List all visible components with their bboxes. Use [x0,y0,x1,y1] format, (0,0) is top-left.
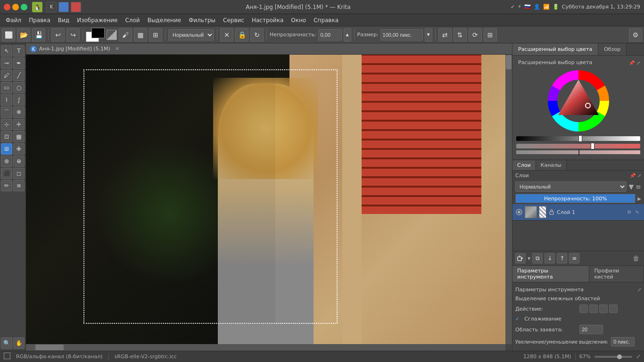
taskbar-chrome-icon[interactable] [58,2,69,12]
layer-duplicate-icon[interactable]: ⧉ [625,208,633,216]
tool-options-expand-icon[interactable]: ⤢ [637,287,641,292]
color-wheel-container[interactable] [514,68,642,133]
layer-lock-icon[interactable] [548,209,555,215]
lightness-slider[interactable] [516,136,640,141]
rotate-button[interactable]: ⟳ [469,28,482,41]
resize-input[interactable] [611,337,635,346]
vscroll-thumb[interactable] [506,55,512,69]
zoom-thumb[interactable] [617,354,622,359]
menu-service[interactable]: Сервис [219,16,248,25]
canvas-inner[interactable] [26,55,512,351]
zoom-slider[interactable] [594,356,632,358]
layer-item-1[interactable]: Слой 1 ⧉ ✎ [512,204,644,221]
saturation-handle[interactable] [591,143,594,149]
undo-button[interactable]: ↩ [51,28,65,41]
layers-options-icon[interactable]: ≡ [636,183,641,190]
mirror-v-button[interactable]: ⇅ [454,28,467,41]
minimize-button[interactable] [12,4,19,10]
path-tool[interactable]: ⌒ [1,107,12,118]
crop-tool[interactable]: ⊡ [1,131,12,142]
size-spinner[interactable]: ▼ [425,28,432,41]
menu-edit[interactable]: Правка [25,16,54,25]
redo-button[interactable]: ↪ [66,28,80,41]
blend-mode-select[interactable]: Нормальный [168,29,214,41]
lasso-tool[interactable]: ⌇ [1,94,12,106]
size-input[interactable] [380,29,423,41]
tool-options-tab[interactable]: Параметры инструмента [512,266,589,282]
move-layer-down-button[interactable]: ↓ [545,253,555,263]
canvas-image-area[interactable] [26,55,512,351]
menu-help[interactable]: Справка [310,16,342,25]
pan-tool[interactable]: ✋ [13,337,25,349]
contiguous-select-tool[interactable]: ⊞ [1,143,12,155]
action-add-button[interactable] [589,304,598,313]
lightness-handle[interactable] [578,135,582,142]
refresh-button[interactable]: ↻ [250,28,264,41]
pattern-swatch[interactable] [107,30,117,40]
vertical-scrollbar[interactable] [505,55,512,344]
opacity-expand[interactable]: ▶ [637,196,641,201]
erase-button[interactable]: ✕ [220,28,233,41]
text-tool[interactable]: T [13,45,25,57]
eraser-tool[interactable]: ◻ [13,168,25,179]
layers-filter-icon[interactable]: ▼ [628,183,634,190]
opacity-spinner-up[interactable]: ▲ [344,28,351,41]
zoom-tool[interactable]: 🔍 [1,337,12,349]
clone-tool[interactable]: ⊕ [13,156,25,167]
copy-layer-button[interactable]: ⧉ [532,253,543,263]
color-overview-tab[interactable]: Обзор [598,43,627,55]
fill-tool[interactable]: ⬛ [1,168,12,179]
color-wheel-svg[interactable] [522,70,635,132]
color-section-expand[interactable]: ⤢ [636,60,640,66]
taskbar-inkscape-icon[interactable] [71,2,81,12]
color-advanced-tab[interactable]: Расширенный выбор цвета [512,43,598,55]
layers-pin-icon[interactable]: 📌 [630,173,636,178]
calligraphy-tool[interactable]: ✒ [13,58,25,69]
horizontal-scrollbar[interactable] [26,344,505,351]
quick-mask-button[interactable]: ▦ [134,28,147,41]
smudge-tool[interactable]: ≋ [13,180,25,191]
opacity-input[interactable] [318,29,342,41]
saturation-slider[interactable] [516,144,640,148]
ellipse-select-tool[interactable]: ○ [13,82,25,93]
menu-filters[interactable]: Фильтры [185,16,219,25]
merge-layers-button[interactable]: ≡ [569,253,579,263]
paint-tool[interactable]: 🖊 [1,70,12,81]
new-document-button[interactable]: ⬜ [2,28,15,41]
status-expand-button[interactable]: ⤢ [636,354,640,360]
move-tool[interactable]: ✛ [13,119,25,130]
add-layer-arrow[interactable]: ▼ [528,256,530,261]
delete-layer-button[interactable]: 🗑 [631,253,641,263]
menu-select[interactable]: Выделение [144,16,185,25]
mirror-h-button[interactable]: ⇄ [438,28,452,41]
layers-blend-select[interactable]: Нормальный [515,181,627,192]
rect-select-tool[interactable]: ▭ [1,82,12,93]
capture-input[interactable] [579,325,603,334]
save-button[interactable]: 💾 [32,28,45,41]
color-section-pin[interactable]: 📌 [629,60,635,66]
smart-patch-tool[interactable]: ⊛ [1,156,12,167]
line-tool[interactable]: ╱ [13,70,25,81]
menu-file[interactable]: Файл [2,16,25,25]
color-swatches[interactable] [86,28,105,42]
channels-tab[interactable]: Каналы [536,160,567,170]
move-layer-up-button[interactable]: ↑ [557,253,567,263]
layer-edit-icon[interactable]: ✎ [634,208,641,216]
brush-tool-button[interactable]: 🖌 [119,28,132,41]
settings-button[interactable]: ⚙ [629,28,642,41]
menu-window[interactable]: Окно [287,16,310,25]
layers-tab[interactable]: Слои [512,160,536,170]
close-button[interactable] [4,4,10,10]
menu-layer[interactable]: Слой [121,16,143,25]
bezier-tool[interactable]: ∫ [13,94,25,106]
spray-tool[interactable]: ✼ [13,107,25,118]
freehand-select-tool[interactable]: ⊸ [1,58,12,69]
window-controls[interactable] [4,4,27,10]
wrap-button[interactable]: ⊞ [149,28,162,41]
add-layer-button[interactable] [515,253,526,263]
selection-tool[interactable]: ↖ [1,45,12,57]
opacity-bar[interactable]: Непрозрачность: 100% [515,194,636,203]
layers-expand-icon[interactable]: ⤢ [637,173,641,178]
taskbar-app-icon[interactable]: K [46,2,57,12]
layer-visibility-toggle[interactable] [515,208,523,216]
